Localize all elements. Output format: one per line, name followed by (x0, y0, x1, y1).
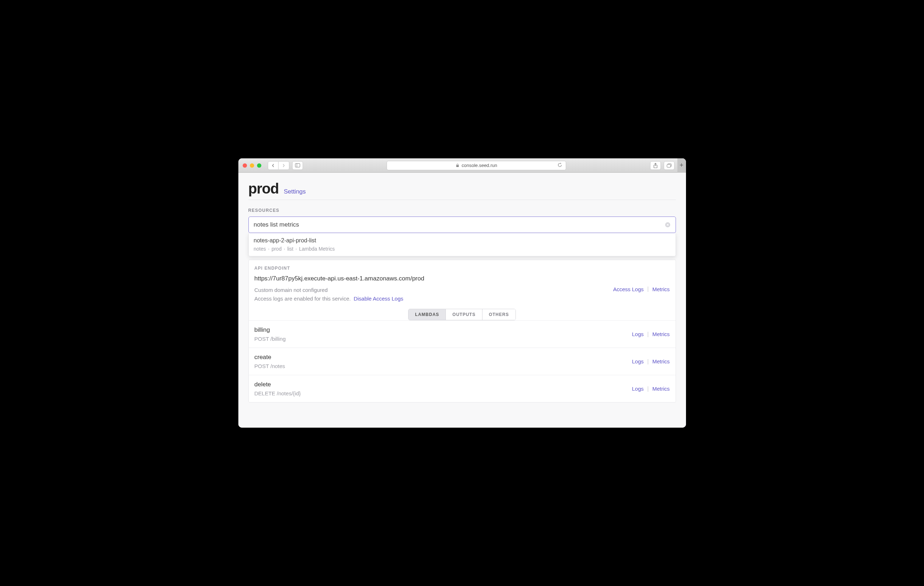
access-logs-msg: Access logs are enabled for this service… (254, 295, 351, 302)
dropdown-result-title: notes-app-2-api-prod-list (254, 237, 671, 244)
endpoint-sub: Custom domain not configured Access logs… (254, 286, 404, 303)
lambda-links: Logs | Metrics (632, 358, 670, 365)
back-button[interactable] (268, 161, 279, 170)
tab-lambdas[interactable]: LAMBDAS (409, 309, 446, 320)
chevron-right-icon: › (295, 247, 297, 251)
lock-icon (455, 163, 459, 167)
lambda-name: billing (254, 327, 286, 333)
metrics-link[interactable]: Metrics (652, 386, 670, 392)
minimize-window-icon[interactable] (250, 163, 254, 168)
svg-rect-5 (667, 165, 671, 167)
share-icon (653, 163, 658, 168)
lambda-route: DELETE /notes/{id} (254, 390, 301, 396)
address-bar[interactable]: console.seed.run (387, 161, 566, 170)
tab-others[interactable]: OTHERS (482, 309, 515, 320)
page-header: prod Settings (248, 173, 676, 200)
divider: | (647, 286, 648, 292)
traffic-lights (243, 163, 261, 168)
resource-card: API ENDPOINT https://7ur87py5kj.execute-… (248, 259, 676, 403)
toolbar-right: + (650, 158, 682, 173)
crumb: Lambda Metrics (299, 246, 335, 252)
maximize-window-icon[interactable] (257, 163, 261, 168)
lambda-route: POST /billing (254, 336, 286, 342)
page-content: prod Settings RESOURCES notes-app-2-api-… (238, 173, 686, 428)
chevron-right-icon: › (284, 247, 285, 251)
metrics-link[interactable]: Metrics (652, 331, 670, 337)
plus-icon: + (680, 162, 683, 169)
crumb: list (287, 246, 293, 252)
divider: | (647, 386, 648, 392)
sidebar-toggle-button[interactable] (292, 161, 303, 170)
crumb: notes (254, 246, 266, 252)
divider: | (647, 358, 648, 365)
chevron-left-icon (271, 164, 275, 167)
resource-tabs: LAMBDAS OUTPUTS OTHERS (249, 309, 676, 320)
sidebar-icon (295, 163, 300, 167)
settings-link[interactable]: Settings (284, 188, 305, 195)
url-text: console.seed.run (462, 163, 497, 168)
endpoint-links: Access Logs | Metrics (613, 286, 670, 292)
api-endpoint-label: API ENDPOINT (249, 260, 676, 271)
reload-icon (558, 163, 562, 167)
endpoint-section: https://7ur87py5kj.execute-api.us-east-1… (249, 271, 676, 309)
tab-outputs[interactable]: OUTPUTS (446, 309, 482, 320)
tabs-icon (667, 163, 672, 168)
logs-link[interactable]: Logs (632, 331, 644, 337)
resources-label: RESOURCES (248, 208, 676, 213)
clear-icon (665, 222, 671, 228)
crumb: prod (271, 246, 281, 252)
browser-window: console.seed.run + prod Settings RESOURC… (238, 158, 686, 428)
search-input[interactable] (248, 216, 676, 233)
disable-access-logs-link[interactable]: Disable Access Logs (353, 295, 403, 302)
lambda-name: delete (254, 381, 301, 388)
lambda-links: Logs | Metrics (632, 386, 670, 392)
divider: | (647, 331, 648, 338)
logs-link[interactable]: Logs (632, 386, 644, 392)
search-dropdown[interactable]: notes-app-2-api-prod-list notes › prod ›… (248, 233, 676, 256)
lambda-name: create (254, 354, 285, 361)
metrics-link[interactable]: Metrics (652, 286, 670, 292)
lambda-row-billing: billing POST /billing Logs | Metrics (249, 320, 676, 348)
forward-button[interactable] (279, 161, 289, 170)
svg-rect-0 (295, 164, 300, 167)
svg-rect-2 (456, 165, 459, 167)
lambda-links: Logs | Metrics (632, 331, 670, 338)
chevron-right-icon (282, 164, 285, 167)
endpoint-url: https://7ur87py5kj.execute-api.us-east-1… (254, 275, 670, 282)
page-title: prod (248, 181, 279, 197)
close-window-icon[interactable] (243, 163, 247, 168)
share-button[interactable] (650, 161, 661, 170)
access-logs-link[interactable]: Access Logs (613, 286, 644, 292)
clear-search-button[interactable] (665, 221, 671, 228)
nav-buttons (268, 161, 289, 170)
chevron-right-icon: › (268, 247, 270, 251)
search-container: notes-app-2-api-prod-list notes › prod ›… (248, 216, 676, 233)
dropdown-breadcrumb: notes › prod › list › Lambda Metrics (254, 246, 671, 252)
lambda-route: POST /notes (254, 363, 285, 369)
custom-domain-msg: Custom domain not configured (254, 286, 404, 294)
new-tab-button[interactable]: + (677, 158, 686, 173)
browser-toolbar: console.seed.run + (238, 158, 686, 173)
reload-button[interactable] (558, 163, 562, 168)
lambda-row-create: create POST /notes Logs | Metrics (249, 348, 676, 375)
tabs-button[interactable] (664, 161, 675, 170)
logs-link[interactable]: Logs (632, 358, 644, 365)
lambda-row-delete: delete DELETE /notes/{id} Logs | Metrics (249, 375, 676, 402)
metrics-link[interactable]: Metrics (652, 358, 670, 365)
